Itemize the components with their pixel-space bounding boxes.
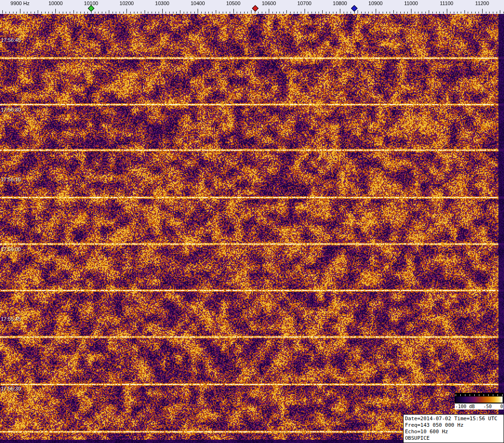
freq-tick-label: 10500 — [226, 0, 240, 6]
info-line-freq: Freq=143 050 000 Hz — [405, 422, 502, 429]
db-color-scale-bar — [455, 393, 504, 403]
frequency-ruler-ticks — [0, 0, 504, 14]
time-label: 17:55:45 — [1, 316, 21, 322]
db-color-scale: -100 dB -50 0 — [455, 393, 504, 410]
freq-tick-label: 10600 — [262, 0, 276, 6]
info-line-date: Date=2014-07-02 Time=15:56 UTC — [405, 416, 502, 422]
info-box: Date=2014-07-02 Time=15:56 UTC Freq=143 … — [403, 414, 504, 443]
db-scale-mid-label: -50 — [484, 404, 492, 409]
freq-tick-label: 10700 — [297, 0, 312, 6]
time-label: 17:56:45 — [1, 37, 21, 43]
freq-tick-label: 11200 — [475, 0, 489, 6]
time-label: 17:55:30 — [1, 386, 21, 391]
db-scale-ticks — [456, 394, 503, 396]
freq-tick-label: 10000 — [48, 0, 63, 6]
db-scale-max-label: 0 — [500, 404, 503, 409]
db-scale-labels: -100 dB -50 0 — [455, 403, 504, 410]
freq-tick-label: 10400 — [191, 0, 205, 6]
spectrogram-screen: 9900 Hz100001010010200103001040010500106… — [0, 0, 504, 443]
info-line-echo: Echo=10 600 Hz — [405, 429, 502, 435]
freq-tick-label: 11000 — [404, 0, 418, 6]
freq-tick-label: 9900 Hz — [11, 0, 30, 6]
freq-tick-label: 10200 — [119, 0, 134, 6]
freq-tick-label: 10300 — [155, 0, 170, 6]
time-label: 17:56:30 — [1, 107, 21, 112]
spectrogram-waterfall — [0, 14, 504, 443]
time-label: 17:56:00 — [1, 246, 21, 252]
time-label: 17:56:15 — [1, 177, 21, 182]
freq-tick-label: 10900 — [368, 0, 383, 6]
db-scale-min-label: -100 dB — [455, 404, 475, 409]
freq-tick-label: 11100 — [440, 0, 453, 6]
info-line-station: OBSUPICE — [405, 435, 502, 442]
freq-tick-label: 10800 — [333, 0, 347, 6]
frequency-ruler[interactable]: 9900 Hz100001010010200103001040010500106… — [0, 0, 504, 14]
db-scale-gradient — [456, 397, 503, 403]
